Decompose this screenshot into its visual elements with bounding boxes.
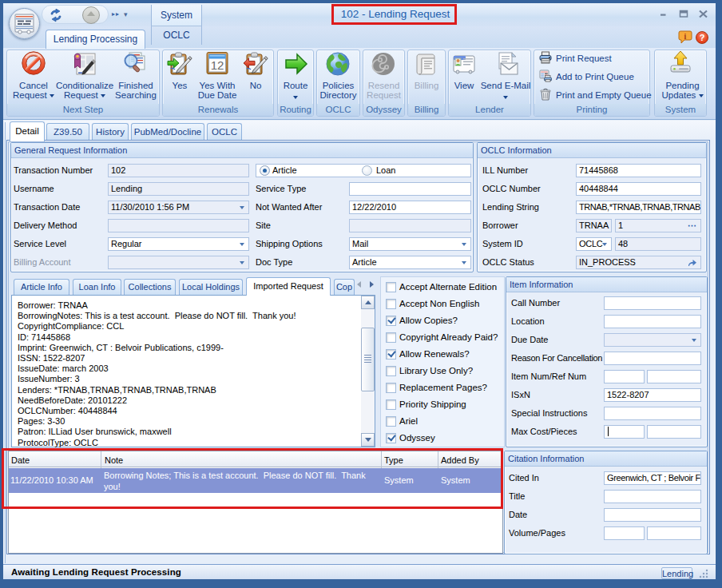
svg-text:12: 12 <box>211 58 224 72</box>
svg-text:i: i <box>684 32 687 41</box>
